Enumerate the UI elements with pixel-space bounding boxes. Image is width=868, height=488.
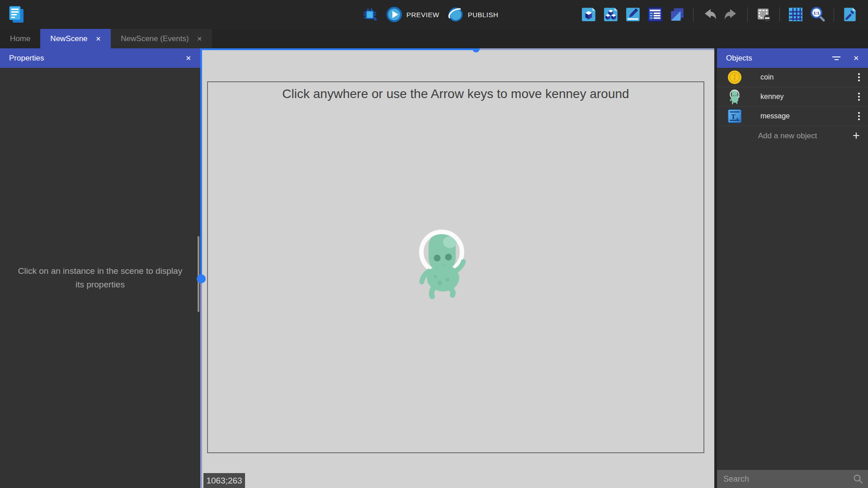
zoom-original-icon[interactable]: 1:1 xyxy=(810,6,826,23)
svg-text:T: T xyxy=(731,113,736,120)
publish-globe-icon xyxy=(448,6,464,23)
object-name: coin xyxy=(760,73,850,81)
selection-border-left xyxy=(200,48,202,279)
object-name: kenney xyxy=(760,93,850,101)
kenney-icon xyxy=(727,89,742,104)
objects-editor-icon[interactable] xyxy=(580,6,597,23)
objects-header: Objects ✕ xyxy=(717,48,868,68)
tab-newscene-events-label: NewScene (Events) xyxy=(121,34,189,43)
object-groups-icon[interactable] xyxy=(603,6,619,23)
scene-properties-icon[interactable] xyxy=(625,6,641,23)
svg-text:1:1: 1:1 xyxy=(813,11,819,15)
properties-header: Properties ✕ xyxy=(0,48,200,68)
objects-search-bar xyxy=(717,470,868,488)
preview-button[interactable]: PREVIEW xyxy=(386,6,439,23)
properties-scrollbar[interactable] xyxy=(198,236,199,312)
tab-close-icon[interactable]: ✕ xyxy=(197,36,203,42)
window-border-top xyxy=(476,48,714,50)
object-name: message xyxy=(760,112,850,120)
toolbar-separator xyxy=(834,7,834,22)
coin-icon xyxy=(727,70,742,85)
object-row-kenney[interactable]: kenney xyxy=(717,87,868,107)
tab-newscene[interactable]: NewScene ✕ xyxy=(40,29,111,48)
kenney-sprite[interactable] xyxy=(409,227,475,299)
objects-panel: Objects ✕ coin xyxy=(717,48,868,488)
text-object-icon: T x xyxy=(727,108,742,124)
add-object-button[interactable]: Add a new object + xyxy=(717,126,868,145)
clear-selection-icon[interactable] xyxy=(755,6,772,23)
resize-handle-left[interactable] xyxy=(197,274,206,283)
kebab-menu-icon[interactable] xyxy=(850,112,868,120)
add-icon[interactable]: + xyxy=(844,129,868,143)
kebab-menu-icon[interactable] xyxy=(850,93,868,101)
properties-empty-message: Click on an instance in the scene to dis… xyxy=(17,264,184,292)
debugger-icon[interactable] xyxy=(362,6,378,23)
object-row-coin[interactable]: coin xyxy=(717,68,868,87)
tab-newscene-events[interactable]: NewScene (Events) ✕ xyxy=(111,29,212,48)
window-border-left xyxy=(200,279,202,488)
close-icon[interactable]: ✕ xyxy=(853,54,859,62)
top-toolbar: PREVIEW PUBLISH xyxy=(0,0,868,29)
redo-icon[interactable] xyxy=(723,6,740,23)
toolbar-separator xyxy=(779,7,780,22)
publish-button[interactable]: PUBLISH xyxy=(448,6,499,23)
instances-list-icon[interactable] xyxy=(647,6,663,23)
properties-title: Properties xyxy=(9,54,44,63)
project-manager-icon[interactable] xyxy=(5,4,27,25)
object-row-message[interactable]: T x message xyxy=(717,107,868,126)
tab-home[interactable]: Home xyxy=(0,29,40,48)
kebab-menu-icon[interactable] xyxy=(850,73,868,81)
tab-home-label: Home xyxy=(10,34,30,43)
tab-close-icon[interactable]: ✕ xyxy=(96,36,101,42)
toolbar-separator xyxy=(693,7,693,22)
tab-newscene-label: NewScene xyxy=(50,34,87,43)
scene-canvas[interactable]: Click anywhere or use the Arrow keys to … xyxy=(200,48,714,488)
editor-toolbar: 1:1 xyxy=(580,0,858,29)
add-object-label: Add a new object xyxy=(717,131,844,141)
layers-editor-icon[interactable] xyxy=(669,6,685,23)
preview-label: PREVIEW xyxy=(406,11,439,19)
search-input[interactable] xyxy=(717,474,848,484)
toolbar-separator xyxy=(747,7,748,22)
filter-icon[interactable] xyxy=(832,56,840,60)
cursor-coordinates: 1063;263 xyxy=(203,473,245,488)
tab-bar: Home NewScene ✕ NewScene (Events) ✕ xyxy=(0,29,868,48)
publish-label: PUBLISH xyxy=(468,11,499,19)
search-icon[interactable] xyxy=(848,474,868,484)
scene-instruction-text[interactable]: Click anywhere or use the Arrow keys to … xyxy=(208,87,703,101)
properties-panel: Properties ✕ Click on an instance in the… xyxy=(0,48,200,488)
svg-text:x: x xyxy=(736,116,739,121)
play-icon xyxy=(386,6,402,23)
close-icon[interactable]: ✕ xyxy=(185,54,191,62)
grid-icon[interactable] xyxy=(788,6,804,23)
run-controls: PREVIEW PUBLISH xyxy=(362,0,498,29)
undo-icon[interactable] xyxy=(701,6,717,23)
properties-body: Click on an instance in the scene to dis… xyxy=(0,68,200,488)
selection-border-top xyxy=(200,48,476,50)
editor-settings-icon[interactable] xyxy=(842,6,858,23)
objects-title: Objects xyxy=(726,54,752,63)
